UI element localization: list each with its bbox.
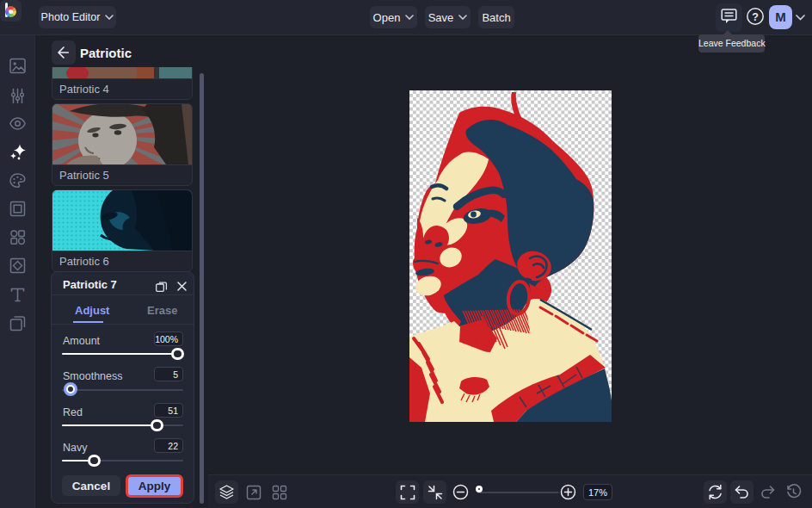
svg-text:?: ?: [752, 11, 759, 23]
